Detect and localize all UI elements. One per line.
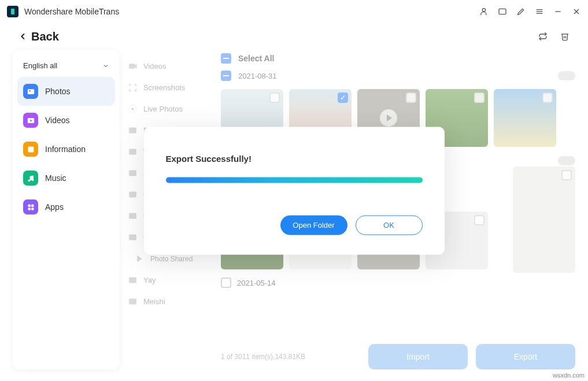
videos-icon [23, 113, 38, 128]
select-all-label: Select All [238, 54, 275, 63]
thumb-checkbox[interactable] [338, 93, 348, 103]
sidebar-item-label: Videos [45, 116, 70, 125]
back-row: Back [0, 23, 588, 50]
date-checkbox[interactable] [221, 71, 231, 81]
thumb-checkbox[interactable] [561, 170, 572, 180]
folder-item-screenshots[interactable]: Screenshots [124, 77, 216, 98]
photo-thumbnail[interactable] [494, 89, 556, 147]
sidebar-item-videos[interactable]: Videos [17, 106, 115, 135]
edit-icon[interactable] [516, 7, 526, 16]
select-all-checkbox[interactable] [221, 53, 231, 64]
svg-rect-24 [129, 128, 136, 134]
svg-point-10 [29, 90, 31, 92]
svg-point-15 [31, 179, 34, 181]
svg-rect-13 [28, 146, 34, 152]
svg-marker-30 [137, 256, 142, 262]
sidebar-item-apps[interactable]: Apps [17, 193, 115, 221]
chevron-down-icon [102, 62, 109, 69]
minimize-icon[interactable] [553, 7, 563, 16]
thumb-checkbox[interactable] [406, 93, 416, 103]
sidebar-item-music[interactable]: Music [17, 164, 115, 193]
window-controls [479, 7, 581, 16]
footer-row: 1 of 3011 item(s),143.81KB Import Export [221, 344, 575, 369]
svg-rect-27 [129, 192, 136, 198]
count-pill [558, 156, 575, 165]
refresh-icon[interactable] [538, 32, 548, 41]
watermark: wsxdn.com [553, 372, 585, 379]
thumb-checkbox[interactable] [474, 93, 485, 103]
modal-buttons: Open Folder OK [166, 215, 423, 235]
back-button[interactable]: Back [19, 30, 59, 43]
apps-icon [23, 199, 38, 214]
thumb-checkbox[interactable] [474, 215, 485, 225]
export-button[interactable]: Export [476, 344, 575, 369]
svg-rect-25 [129, 149, 136, 155]
music-icon [23, 171, 38, 186]
date-checkbox[interactable] [221, 278, 231, 288]
date-label: 2021-05-14 [237, 279, 276, 287]
svg-rect-16 [28, 204, 30, 206]
photo-thumbnail[interactable] [513, 167, 575, 273]
date-group-row: 2021-08-31 [221, 67, 575, 84]
svg-rect-18 [28, 208, 30, 210]
information-icon [23, 142, 38, 157]
sidebar-item-label: Photos [45, 87, 71, 96]
svg-rect-31 [129, 278, 136, 283]
import-button[interactable]: Import [368, 344, 468, 369]
sidebar-item-photos[interactable]: Photos [17, 77, 115, 106]
svg-rect-20 [129, 64, 135, 69]
language-selector[interactable]: English all [17, 54, 115, 77]
svg-rect-17 [31, 204, 34, 206]
count-pill [558, 71, 575, 80]
status-text: 1 of 3011 item(s),143.81KB [221, 353, 360, 361]
sidebar-item-label: Music [45, 173, 66, 183]
sidebar-item-label: Information [45, 145, 86, 154]
app-logo-icon [7, 6, 19, 17]
svg-rect-32 [129, 299, 136, 305]
close-icon[interactable] [572, 7, 581, 16]
play-icon [380, 109, 397, 127]
svg-rect-28 [129, 213, 136, 219]
date-label: 2021-08-31 [238, 72, 277, 80]
folder-item-videos[interactable]: Videos [124, 56, 216, 77]
svg-rect-2 [499, 9, 506, 14]
folder-item-meishi[interactable]: Meishi [124, 291, 216, 312]
svg-rect-29 [129, 235, 136, 241]
folder-item-yay[interactable]: Yay [124, 269, 216, 291]
sidebar-item-label: Apps [45, 202, 64, 212]
select-all-row: Select All [221, 50, 575, 67]
svg-rect-19 [31, 208, 34, 210]
svg-point-1 [482, 9, 485, 12]
svg-point-14 [28, 179, 30, 182]
svg-rect-26 [129, 171, 136, 176]
app-title: Wondershare MobileTrans [24, 7, 479, 16]
ok-button[interactable]: OK [356, 215, 423, 235]
open-folder-button[interactable]: Open Folder [280, 215, 347, 235]
sidebar: English all Photos Videos Information Mu… [13, 50, 120, 369]
progress-bar [166, 177, 423, 183]
sidebar-item-information[interactable]: Information [17, 135, 115, 164]
folder-item-livephotos[interactable]: Live Photos [124, 98, 216, 120]
thumb-checkbox[interactable] [269, 93, 280, 103]
title-bar: Wondershare MobileTrans [0, 0, 588, 23]
back-label: Back [31, 30, 59, 43]
language-label: English all [23, 61, 57, 70]
photos-icon [23, 84, 38, 99]
svg-rect-0 [11, 9, 14, 14]
message-icon[interactable] [498, 7, 507, 16]
trash-icon[interactable] [560, 32, 569, 41]
thumb-checkbox[interactable] [542, 93, 553, 103]
svg-marker-21 [135, 64, 137, 68]
modal-title: Export Successfully! [166, 153, 423, 163]
menu-icon[interactable] [535, 7, 544, 16]
export-success-modal: Export Successfully! Open Folder OK [144, 127, 445, 254]
svg-rect-9 [27, 89, 34, 94]
account-icon[interactable] [479, 7, 489, 16]
date-group-row-3: 2021-05-14 [221, 278, 575, 288]
svg-point-22 [131, 108, 134, 110]
